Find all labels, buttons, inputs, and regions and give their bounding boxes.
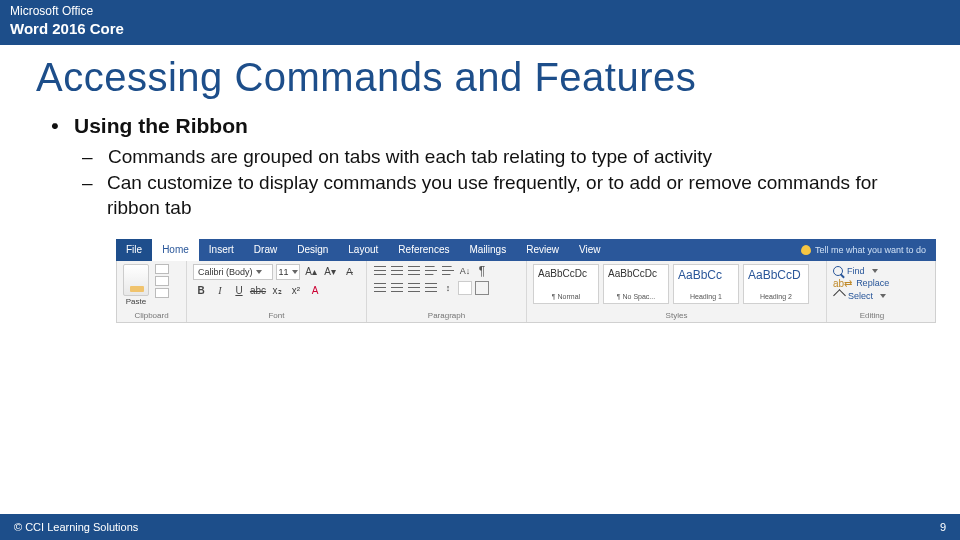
justify-button[interactable] bbox=[424, 281, 438, 295]
copy-icon[interactable] bbox=[155, 276, 169, 286]
borders-button[interactable] bbox=[475, 281, 489, 295]
bold-button[interactable]: B bbox=[193, 283, 209, 299]
superscript-button[interactable]: x² bbox=[288, 283, 304, 299]
ribbon-illustration: File Home Insert Draw Design Layout Refe… bbox=[116, 239, 936, 323]
find-button[interactable]: Find bbox=[833, 266, 889, 276]
style-heading2[interactable]: AaBbCcD Heading 2 bbox=[743, 264, 809, 304]
font-color-button[interactable]: A bbox=[307, 283, 323, 299]
group-styles: AaBbCcDc ¶ Normal AaBbCcDc ¶ No Spac... … bbox=[527, 261, 827, 322]
paste-button[interactable]: Paste bbox=[123, 264, 149, 306]
increase-indent-button[interactable] bbox=[441, 264, 455, 278]
select-button[interactable]: Select bbox=[833, 291, 889, 301]
style-nospacing[interactable]: AaBbCcDc ¶ No Spac... bbox=[603, 264, 669, 304]
style-normal[interactable]: AaBbCcDc ¶ Normal bbox=[533, 264, 599, 304]
paste-label: Paste bbox=[126, 297, 146, 306]
tab-home[interactable]: Home bbox=[152, 239, 199, 261]
sub-text: Commands are grouped on tabs with each t… bbox=[108, 144, 712, 170]
numbering-button[interactable] bbox=[390, 264, 404, 278]
bullet-text: Using the Ribbon bbox=[74, 114, 248, 138]
clear-format-button[interactable]: A̶ bbox=[341, 264, 357, 280]
footer-bar: © CCI Learning Solutions 9 bbox=[0, 514, 960, 540]
chevron-down-icon bbox=[292, 270, 298, 274]
format-painter-icon[interactable] bbox=[155, 288, 169, 298]
bullets-button[interactable] bbox=[373, 264, 387, 278]
chevron-down-icon bbox=[880, 294, 886, 298]
bullet-dot: • bbox=[46, 114, 64, 138]
page-number: 9 bbox=[940, 521, 946, 533]
shading-button[interactable] bbox=[458, 281, 472, 295]
decrease-indent-button[interactable] bbox=[424, 264, 438, 278]
cut-icon[interactable] bbox=[155, 264, 169, 274]
chevron-down-icon bbox=[256, 270, 262, 274]
group-clipboard: Paste Clipboard bbox=[117, 261, 187, 322]
grow-font-button[interactable]: A▴ bbox=[303, 264, 319, 280]
product-name: Word 2016 Core bbox=[10, 20, 950, 37]
line-spacing-button[interactable]: ↕ bbox=[441, 281, 455, 295]
tab-file[interactable]: File bbox=[116, 239, 152, 261]
group-label: Editing bbox=[833, 309, 911, 320]
align-right-button[interactable] bbox=[407, 281, 421, 295]
group-label: Styles bbox=[533, 309, 820, 320]
tell-me-box[interactable]: Tell me what you want to do bbox=[791, 239, 936, 261]
tab-review[interactable]: Review bbox=[516, 239, 569, 261]
replace-icon: ab⇄ bbox=[833, 278, 852, 289]
dash-icon: – bbox=[82, 144, 98, 170]
show-marks-button[interactable]: ¶ bbox=[475, 264, 489, 278]
sub-text: Can customize to display commands you us… bbox=[107, 170, 914, 221]
dash-icon: – bbox=[82, 170, 97, 221]
font-name-combo[interactable]: Calibri (Body) bbox=[193, 264, 273, 280]
bullet-level1: • Using the Ribbon bbox=[46, 114, 914, 138]
clipboard-icon bbox=[123, 264, 149, 296]
chevron-down-icon bbox=[872, 269, 878, 273]
subscript-button[interactable]: x₂ bbox=[269, 283, 285, 299]
tab-draw[interactable]: Draw bbox=[244, 239, 287, 261]
tab-insert[interactable]: Insert bbox=[199, 239, 244, 261]
tell-me-text: Tell me what you want to do bbox=[815, 245, 926, 255]
font-size-combo[interactable]: 11 bbox=[276, 264, 300, 280]
lightbulb-icon bbox=[801, 245, 811, 255]
style-heading1[interactable]: AaBbCc Heading 1 bbox=[673, 264, 739, 304]
shrink-font-button[interactable]: A▾ bbox=[322, 264, 338, 280]
tab-design[interactable]: Design bbox=[287, 239, 338, 261]
group-editing: Find ab⇄Replace Select Editing bbox=[827, 261, 917, 322]
cursor-icon bbox=[833, 290, 846, 303]
suite-name: Microsoft Office bbox=[10, 4, 950, 18]
strike-button[interactable]: abc bbox=[250, 283, 266, 299]
multilevel-button[interactable] bbox=[407, 264, 421, 278]
clipboard-mini bbox=[155, 264, 169, 298]
title-bar: Microsoft Office Word 2016 Core bbox=[0, 0, 960, 45]
ribbon-body: Paste Clipboard Calibri (Body) 11 A▴ bbox=[116, 261, 936, 323]
content-area: • Using the Ribbon – Commands are groupe… bbox=[0, 114, 960, 323]
replace-button[interactable]: ab⇄Replace bbox=[833, 278, 889, 289]
underline-button[interactable]: U bbox=[231, 283, 247, 299]
align-center-button[interactable] bbox=[390, 281, 404, 295]
bullet-level2: – Can customize to display commands you … bbox=[82, 170, 914, 221]
tab-layout[interactable]: Layout bbox=[338, 239, 388, 261]
tab-mailings[interactable]: Mailings bbox=[459, 239, 516, 261]
search-icon bbox=[833, 266, 843, 276]
align-left-button[interactable] bbox=[373, 281, 387, 295]
copyright: © CCI Learning Solutions bbox=[14, 521, 138, 533]
tab-view[interactable]: View bbox=[569, 239, 611, 261]
group-label: Clipboard bbox=[123, 309, 180, 320]
group-label: Font bbox=[193, 309, 360, 320]
italic-button[interactable]: I bbox=[212, 283, 228, 299]
group-font: Calibri (Body) 11 A▴ A▾ A̶ B I U abc x₂ … bbox=[187, 261, 367, 322]
group-label: Paragraph bbox=[373, 309, 520, 320]
bullet-level2: – Commands are grouped on tabs with each… bbox=[82, 144, 914, 170]
ribbon-tab-strip: File Home Insert Draw Design Layout Refe… bbox=[116, 239, 936, 261]
group-paragraph: A↓ ¶ ↕ Paragraph bbox=[367, 261, 527, 322]
tab-references[interactable]: References bbox=[388, 239, 459, 261]
sort-button[interactable]: A↓ bbox=[458, 264, 472, 278]
slide-title: Accessing Commands and Features bbox=[0, 45, 960, 114]
styles-gallery: AaBbCcDc ¶ Normal AaBbCcDc ¶ No Spac... … bbox=[533, 264, 809, 304]
